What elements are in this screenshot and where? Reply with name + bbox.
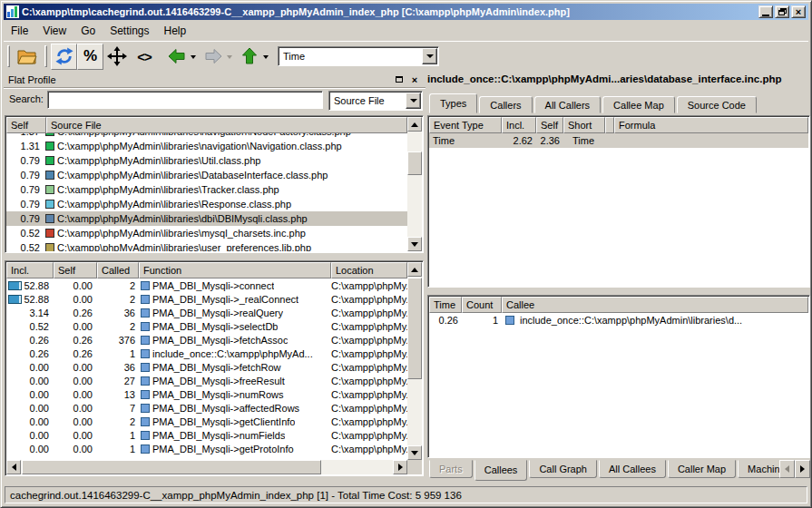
callee-row[interactable]: 0.26 1 include_once::C:\xampp\phpMyAdmin… bbox=[429, 313, 808, 327]
menu-help[interactable]: Help bbox=[157, 23, 194, 39]
function-row[interactable]: 0.260.261include_once::C:\xampp\phpMyAd.… bbox=[6, 347, 407, 360]
source-file-row[interactable]: 0.52C:\xampp\phpMyAdmin\libraries\user_p… bbox=[6, 240, 407, 251]
minimize-button[interactable] bbox=[758, 5, 773, 18]
column-header-self[interactable]: Self bbox=[536, 117, 563, 133]
menu-file[interactable]: File bbox=[4, 23, 35, 39]
function-row[interactable]: 0.000.0036PMA_DBI_Mysqli->fetchRowC:\xam… bbox=[6, 360, 407, 374]
vertical-scrollbar[interactable] bbox=[407, 117, 422, 251]
function-row[interactable]: 52.880.002PMA_DBI_Mysqli->connectC:\xamp… bbox=[6, 278, 407, 292]
function-row[interactable]: 0.000.002PMA_DBI_Mysqli->getClientInfoC:… bbox=[6, 415, 407, 428]
back-dropdown-caret[interactable] bbox=[191, 55, 196, 62]
tab-callers[interactable]: Callers bbox=[479, 96, 532, 113]
column-header-incl[interactable]: Incl. bbox=[502, 117, 536, 133]
menu-settings[interactable]: Settings bbox=[103, 23, 156, 39]
tab-parts[interactable]: Parts bbox=[429, 460, 473, 478]
restore-button[interactable] bbox=[775, 5, 789, 18]
function-row[interactable]: 0.000.0027PMA_DBI_Mysqli->freeResultC:\x… bbox=[6, 374, 407, 387]
dock-close-button[interactable]: × bbox=[408, 73, 421, 85]
vertical-scrollbar[interactable] bbox=[407, 262, 422, 460]
grouping-selector[interactable]: Source File bbox=[328, 91, 423, 111]
menu-view[interactable]: View bbox=[35, 23, 73, 39]
tab-scroll-right-button[interactable] bbox=[795, 460, 810, 478]
column-header-event-type[interactable]: Event Type bbox=[429, 117, 502, 133]
back-button[interactable] bbox=[163, 43, 191, 70]
tab-source-code[interactable]: Source Code bbox=[677, 96, 757, 113]
horizontal-scrollbar[interactable] bbox=[6, 460, 407, 474]
source-file-row[interactable]: 0.79C:\xampp\phpMyAdmin\libraries\Tracke… bbox=[6, 182, 407, 197]
menu-go[interactable]: Go bbox=[73, 23, 103, 39]
relative-cost-button[interactable]: % bbox=[77, 44, 103, 70]
tab-call-graph[interactable]: Call Graph bbox=[529, 460, 597, 478]
function-row[interactable]: 0.000.007PMA_DBI_Mysqli->affectedRowsC:\… bbox=[6, 401, 407, 415]
tab-scroll-left-button[interactable] bbox=[779, 460, 795, 478]
scroll-up-button[interactable] bbox=[407, 117, 422, 132]
search-input[interactable] bbox=[47, 91, 323, 109]
forward-button[interactable] bbox=[200, 43, 227, 70]
column-header-self[interactable]: Self bbox=[54, 262, 97, 278]
scroll-right-button[interactable] bbox=[393, 460, 407, 474]
column-header-source-file[interactable]: Source File bbox=[46, 117, 407, 133]
source-file-row[interactable]: 0.79C:\xampp\phpMyAdmin\libraries\Databa… bbox=[6, 168, 407, 182]
toolbar-handle[interactable] bbox=[44, 45, 47, 67]
scrollbar-thumb[interactable] bbox=[22, 460, 321, 474]
self-cost-value: 1.31 bbox=[6, 141, 43, 151]
function-cell: PMA_DBI_Mysqli->getProtoInfo bbox=[139, 444, 331, 454]
dock-title-bar[interactable]: Flat Profile × bbox=[4, 72, 426, 87]
up-button[interactable] bbox=[236, 43, 263, 70]
relative-to-parent-button[interactable] bbox=[103, 43, 131, 70]
column-header-time[interactable]: Time bbox=[429, 297, 462, 313]
source-file-row[interactable]: 0.79C:\xampp\phpMyAdmin\libraries\Util.c… bbox=[6, 153, 407, 168]
scroll-down-button[interactable] bbox=[407, 237, 422, 251]
up-dropdown-caret[interactable] bbox=[263, 55, 269, 62]
incl-cost-value: 0.00 bbox=[6, 430, 54, 441]
tab-callees[interactable]: Callees bbox=[474, 460, 528, 481]
title-bar[interactable]: C:\xampp\tmp\cachegrind.out.1416463299-C… bbox=[4, 4, 808, 20]
column-header-count[interactable]: Count bbox=[462, 297, 502, 313]
source-file-row[interactable]: 0.79C:\xampp\phpMyAdmin\libraries\dbi\DB… bbox=[6, 211, 407, 226]
tab-types[interactable]: Types bbox=[429, 93, 477, 113]
column-header-callee[interactable]: Callee bbox=[502, 297, 808, 313]
column-header-short[interactable]: Short bbox=[563, 117, 605, 133]
scroll-left-button[interactable] bbox=[6, 460, 21, 474]
column-header-blank[interactable] bbox=[605, 117, 614, 133]
tab-caller-map[interactable]: Caller Map bbox=[668, 460, 736, 478]
function-icon bbox=[141, 444, 150, 454]
column-header-function[interactable]: Function bbox=[139, 262, 331, 278]
function-row[interactable]: 0.000.0013PMA_DBI_Mysqli->numRowsC:\xamp… bbox=[6, 387, 407, 401]
incl-cost-cell: 0.00 bbox=[6, 430, 54, 441]
grouping-dropdown-button[interactable] bbox=[406, 93, 421, 109]
function-row[interactable]: 3.140.2636PMA_DBI_Mysqli->realQueryC:\xa… bbox=[6, 306, 407, 319]
source-file-row[interactable]: 0.52C:\xampp\phpMyAdmin\libraries\mysql_… bbox=[6, 226, 407, 240]
source-file-row[interactable]: 1.31C:\xampp\phpMyAdmin\libraries\naviga… bbox=[6, 139, 407, 153]
event-type-row[interactable]: Time 2.62 2.36 Time bbox=[429, 133, 808, 148]
column-header-self[interactable]: Self bbox=[6, 117, 46, 133]
column-header-location[interactable]: Location bbox=[331, 262, 407, 278]
function-row[interactable]: 0.260.26376PMA_DBI_Mysqli->fetchAssocC:\… bbox=[6, 333, 407, 347]
dock-float-button[interactable] bbox=[393, 73, 406, 85]
shorten-templates-button[interactable]: <> bbox=[131, 43, 158, 70]
horizontal-splitter[interactable] bbox=[427, 288, 810, 295]
open-file-button[interactable] bbox=[14, 43, 41, 70]
toolbar-handle[interactable] bbox=[7, 45, 10, 67]
horizontal-splitter[interactable] bbox=[4, 253, 426, 260]
column-header-incl[interactable]: Incl. bbox=[6, 262, 54, 278]
event-type-dropdown-button[interactable] bbox=[422, 48, 437, 64]
function-row[interactable]: 0.000.001PMA_DBI_Mysqli->numFieldsC:\xam… bbox=[6, 428, 407, 442]
scroll-down-button[interactable] bbox=[407, 445, 422, 460]
source-file-row[interactable]: 0.79C:\xampp\phpMyAdmin\libraries\Respon… bbox=[6, 197, 407, 211]
tab-all-callees[interactable]: All Callees bbox=[599, 460, 666, 478]
scrollbar-thumb[interactable] bbox=[407, 151, 422, 175]
close-button[interactable]: × bbox=[791, 5, 806, 18]
column-header-formula[interactable]: Formula bbox=[614, 117, 808, 133]
forward-dropdown-caret[interactable] bbox=[227, 55, 232, 62]
tab-all-callers[interactable]: All Callers bbox=[534, 96, 602, 113]
scrollbar-thumb[interactable] bbox=[407, 278, 422, 379]
scroll-up-button[interactable] bbox=[407, 262, 422, 277]
function-row[interactable]: 0.000.001PMA_DBI_Mysqli->getProtoInfoC:\… bbox=[6, 442, 407, 455]
column-header-called[interactable]: Called bbox=[97, 262, 139, 278]
function-row[interactable]: 0.520.002PMA_DBI_Mysqli->selectDbC:\xamp… bbox=[6, 319, 407, 333]
tab-callee-map[interactable]: Callee Map bbox=[602, 96, 675, 113]
cycle-detection-button[interactable] bbox=[51, 44, 77, 70]
function-row[interactable]: 52.880.002PMA_DBI_Mysqli->_realConnectC:… bbox=[6, 292, 407, 306]
event-type-selector[interactable]: Time bbox=[278, 46, 439, 66]
